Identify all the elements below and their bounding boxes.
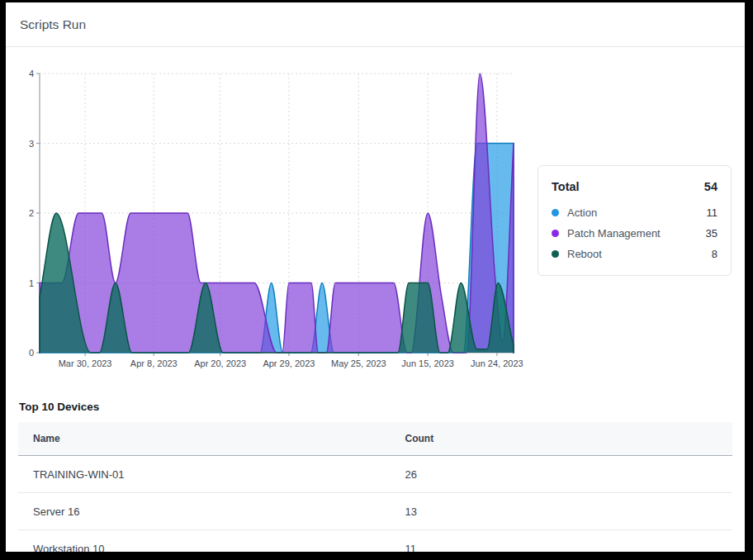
legend-total-value: 54 (704, 180, 717, 193)
legend-item-patch-management[interactable]: Patch Management 35 (552, 225, 717, 241)
x-axis-label: Jun 15, 2023 (401, 358, 454, 368)
device-name-cell: TRAINING-WIN-01 (18, 456, 391, 493)
x-axis-label: Mar 30, 2023 (59, 358, 112, 368)
scripts-run-chart: 01234Mar 30, 2023Apr 8, 2023Apr 20, 2023… (10, 62, 563, 374)
legend-item-label: Reboot (567, 248, 712, 260)
column-header-name: Name (18, 422, 391, 456)
top-devices-title: Top 10 Devices (19, 401, 732, 413)
y-axis-label: 0 (29, 348, 34, 358)
device-count-cell: 26 (391, 456, 733, 493)
table-row[interactable]: TRAINING-WIN-01 26 (18, 456, 732, 493)
legend-item-reboot[interactable]: Reboot 8 (552, 245, 717, 262)
legend-item-label: Patch Management (567, 227, 706, 240)
legend-item-value: 8 (712, 248, 717, 260)
table-row[interactable]: Server 16 13 (18, 493, 732, 530)
column-header-count: Count (391, 422, 733, 456)
legend-item-value: 11 (707, 206, 718, 219)
legend-total-row: Total 54 (552, 180, 717, 193)
y-axis-label: 3 (29, 139, 34, 149)
x-axis-label: Apr 8, 2023 (130, 358, 178, 368)
legend-item-label: Action (567, 206, 707, 219)
x-axis-label: Jun 24, 2023 (471, 358, 523, 368)
legend-total-label: Total (552, 180, 580, 193)
x-axis-label: May 25, 2023 (331, 358, 386, 368)
patch-management-series-dot (552, 230, 559, 237)
table-header-row: Name Count (18, 422, 732, 456)
table-row[interactable]: Workstation 10 11 (18, 530, 732, 553)
top-devices-table: Name Count TRAINING-WIN-01 26 Server 16 … (18, 422, 732, 552)
x-axis-label: Apr 20, 2023 (194, 358, 246, 368)
y-axis-label: 2 (29, 208, 34, 218)
legend-item-value: 35 (706, 227, 717, 240)
x-axis-label: Apr 29, 2023 (263, 358, 315, 368)
action-series-dot (552, 209, 559, 216)
page-title: Scripts Run (20, 17, 86, 32)
chart-legend: Total 54 Action 11 Patch Management 35 R… (538, 165, 732, 276)
legend-item-action[interactable]: Action 11 (552, 204, 717, 221)
top-devices-section: Top 10 Devices Name Count TRAINING-WIN-0… (18, 401, 732, 552)
y-axis-label: 4 (29, 69, 34, 78)
reboot-series-dot (552, 250, 559, 258)
y-axis-label: 1 (29, 278, 34, 288)
scripts-run-card: Scripts Run 01234Mar 30, 2023Apr 8, 2023… (6, 2, 745, 552)
device-count-cell: 11 (391, 530, 733, 553)
device-name-cell: Workstation 10 (18, 530, 391, 553)
card-header: Scripts Run (6, 2, 745, 47)
device-name-cell: Server 16 (18, 493, 391, 530)
device-count-cell: 13 (391, 493, 733, 530)
